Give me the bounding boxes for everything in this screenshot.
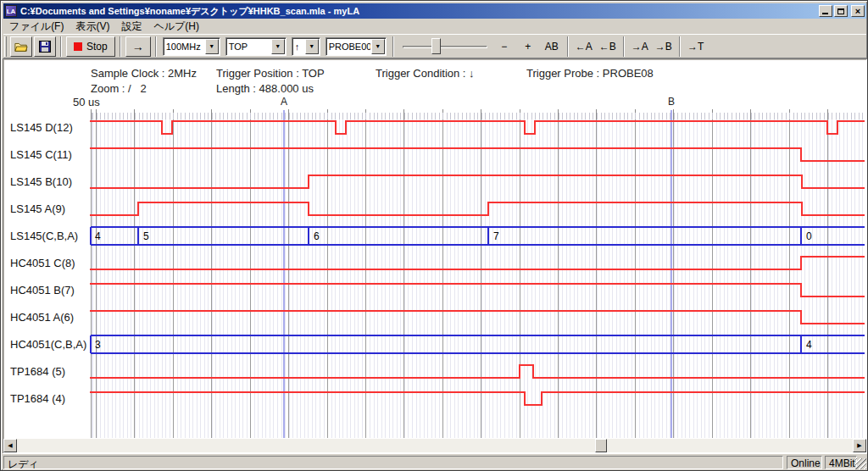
waveform-digital: [90, 392, 865, 405]
waveform-client-area: Sample Clock : 2MHz Trigger Position : T…: [3, 58, 867, 453]
chevron-down-icon[interactable]: ▼: [371, 39, 385, 54]
signal-label: LS145(C,B,A): [10, 230, 78, 243]
trigger-probe-select[interactable]: PROBE00 ▼: [326, 37, 387, 56]
zoom-out-button[interactable]: −: [493, 36, 515, 57]
open-file-button[interactable]: [10, 36, 32, 57]
sample-clock-select[interactable]: 100MHz ▼: [163, 37, 220, 56]
toolbar-separator: [392, 36, 394, 57]
open-folder-icon: [14, 41, 28, 53]
menu-item[interactable]: 設定: [115, 19, 147, 35]
time-scale-label: 50 us: [73, 96, 100, 108]
bus-value: 0: [806, 230, 812, 242]
signal-label: TP1684 (4): [10, 392, 65, 406]
signal-label: HC4051 A(6): [10, 311, 74, 324]
resize-grip-icon[interactable]: [855, 458, 866, 469]
waveform-bus: [91, 227, 865, 245]
length-info: Length : 488.000 us: [216, 82, 314, 95]
memory-status: 4MBit: [825, 456, 857, 469]
waveform-digital: [90, 311, 865, 324]
waveform-digital: [90, 202, 865, 215]
goto-b-left-button[interactable]: ←B: [597, 36, 619, 57]
ab-range-button[interactable]: AB: [541, 36, 563, 57]
close-button[interactable]: ×: [851, 5, 865, 17]
toolbar-separator: [567, 36, 569, 57]
title-bar: LA C:¥Documents and Settings¥noname¥デスクト…: [3, 3, 866, 19]
scroll-right-button[interactable]: ▶: [853, 439, 866, 452]
bus-value: 4: [95, 230, 101, 242]
marker-a-label: A: [279, 96, 289, 108]
status-message: レディ: [3, 456, 783, 469]
signal-label: LS145 C(11): [10, 148, 72, 162]
waveform-digital: [90, 257, 865, 269]
signal-label: HC4051 C(8): [10, 257, 75, 270]
waveform-digital: [90, 284, 865, 296]
menu-item[interactable]: 表示(V): [70, 19, 115, 35]
scroll-thumb[interactable]: [595, 439, 607, 452]
toolbar: Stop → 100MHz ▼ TOP ▼ ↑ ▼ PROBE00 ▼ − +: [3, 34, 866, 58]
minimize-button[interactable]: [819, 5, 832, 17]
toolbar-grip[interactable]: [4, 36, 7, 57]
waveform-digital: [90, 175, 865, 188]
bus-value: 7: [493, 230, 499, 242]
goto-trigger-button[interactable]: →T: [685, 36, 707, 57]
run-arrow-icon: →: [132, 40, 144, 53]
run-button[interactable]: →: [125, 36, 151, 57]
chevron-down-icon[interactable]: ▼: [205, 39, 219, 54]
trigger-probe-value: PROBE00: [326, 42, 370, 52]
save-button[interactable]: [34, 36, 56, 57]
zoom-info: Zoom : / 2: [91, 82, 147, 95]
scroll-left-button[interactable]: ◀: [3, 439, 17, 452]
sample-clock-info: Sample Clock : 2MHz: [91, 67, 197, 80]
app-icon: LA: [5, 5, 17, 17]
maximize-icon: [837, 8, 844, 14]
chevron-down-icon[interactable]: ▼: [271, 39, 285, 54]
marker-b-label: B: [666, 96, 676, 108]
slider-track: [403, 46, 487, 48]
stop-label: Stop: [86, 41, 108, 53]
bus-value: 3: [95, 339, 101, 351]
trigger-probe-info: Trigger Probe : PROBE08: [526, 67, 654, 80]
signal-label: TP1684 (5): [10, 365, 65, 379]
trigger-position-select[interactable]: TOP ▼: [225, 37, 287, 56]
slider-thumb[interactable]: [431, 38, 441, 54]
bus-value: 6: [314, 230, 320, 242]
window-title: C:¥Documents and Settings¥noname¥デスクトップ¥…: [20, 5, 819, 18]
menu-bar: ファイル(F)表示(V)設定ヘルプ(H): [3, 19, 866, 34]
zoom-slider[interactable]: [401, 36, 489, 57]
waveform-digital: [90, 148, 865, 161]
zoom-in-button[interactable]: +: [517, 36, 539, 57]
toolbar-separator: [120, 36, 121, 57]
horizontal-scrollbar[interactable]: ◀ ▶: [3, 439, 866, 452]
chevron-down-icon[interactable]: ▼: [305, 39, 319, 54]
stop-button[interactable]: Stop: [66, 36, 115, 57]
signal-label: HC4051 B(7): [10, 284, 75, 297]
goto-a-left-button[interactable]: ←A: [573, 36, 595, 57]
toolbar-separator: [623, 36, 625, 57]
waveform-plot: 4567034: [90, 109, 865, 438]
trigger-condition-info: Trigger Condition : ↓: [376, 67, 475, 80]
minimize-icon: [822, 13, 828, 14]
waveform-digital: [90, 365, 865, 378]
signal-label: LS145 D(12): [10, 121, 73, 135]
waveform-bus: [91, 335, 865, 353]
trigger-position-value: TOP: [226, 42, 270, 52]
toolbar-separator: [60, 36, 62, 57]
goto-a-right-button[interactable]: →A: [629, 36, 651, 57]
toolbar-separator: [155, 36, 157, 57]
status-bar: レディ Online 4MBit: [3, 453, 867, 470]
signal-label: LS145 A(9): [10, 202, 65, 216]
bus-value: 4: [806, 339, 812, 351]
waveform-digital: [90, 121, 865, 134]
online-status: Online: [787, 456, 822, 469]
menu-item[interactable]: ヘルプ(H): [147, 19, 205, 35]
trigger-position-info: Trigger Position : TOP: [216, 67, 325, 80]
trigger-condition-value: ↑: [292, 42, 304, 52]
menu-item[interactable]: ファイル(F): [3, 19, 70, 35]
stop-icon: [74, 42, 82, 51]
close-icon: ×: [855, 7, 860, 15]
bus-value: 5: [143, 230, 149, 242]
trigger-condition-select[interactable]: ↑ ▼: [292, 37, 320, 56]
floppy-disk-icon: [39, 41, 51, 53]
maximize-button[interactable]: [834, 5, 848, 17]
goto-b-right-button[interactable]: →B: [653, 36, 675, 57]
